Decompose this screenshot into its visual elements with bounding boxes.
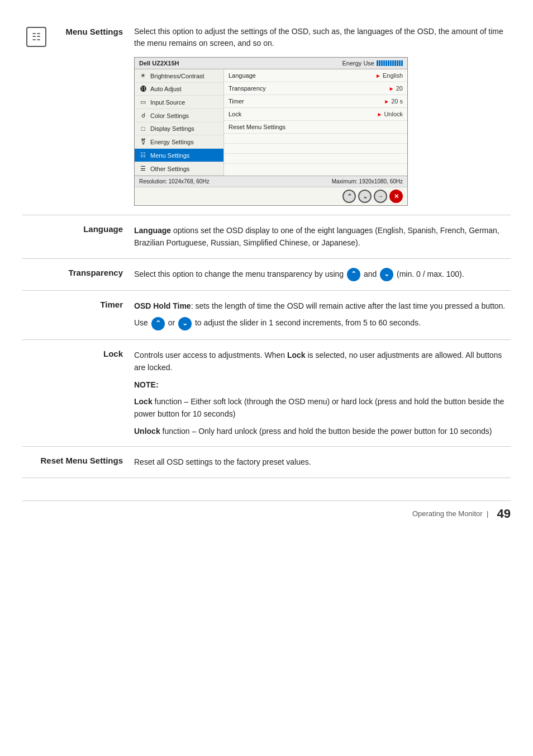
osd-menu-energysettings-label: Energy Settings	[150, 139, 194, 145]
osd-max-resolution: Maximum: 1920x1080, 60Hz	[332, 178, 403, 185]
reset-menu-desc: Reset all OSD settings to the factory pr…	[134, 456, 511, 468]
osd-header: Dell UZ2X15H Energy Use	[135, 58, 407, 69]
osd-menu-colorsettings-label: Color Settings	[150, 112, 189, 119]
osd-menu-colorsettings[interactable]: ☌ Color Settings	[135, 109, 223, 122]
energy-bar-2	[379, 60, 380, 66]
osd-sub-timer-value: ► 20 s	[384, 98, 403, 105]
osd-menu-othersettings[interactable]: ☰ Other Settings	[135, 162, 223, 176]
osd-sub-lock-value: ► Unlock	[377, 111, 403, 117]
osd-menu-menusettings[interactable]: ☷ Menu Settings	[135, 149, 223, 162]
menu-settings-icon-area: ☷	[22, 27, 50, 47]
osd-sub-reset-label: Reset Menu Settings	[229, 124, 285, 130]
osd-menu-autoadjust-label: Auto Adjust	[150, 86, 182, 92]
menusettings-icon: ☷	[139, 152, 147, 159]
osd-transparency-val: 20	[396, 85, 403, 92]
timer-label: Timer	[22, 300, 134, 330]
energysettings-icon: ⚧	[139, 138, 147, 145]
language-section: Language Language options set the OSD di…	[22, 215, 511, 259]
colorsettings-icon: ☌	[139, 112, 147, 119]
osd-sub-transparency-value: ► 20	[389, 85, 403, 92]
osd-screenshot: Dell UZ2X15H Energy Use	[134, 57, 408, 206]
displaysettings-icon: □	[139, 125, 147, 132]
osd-sub-lock-label: Lock	[229, 111, 241, 117]
osd-sub-timer: Timer ► 20 s	[224, 95, 407, 108]
osd-energy-label: Energy Use	[342, 60, 374, 67]
osd-nav-buttons: ⌃ ⌄ → ✕	[135, 187, 407, 205]
reset-menu-body: Reset all OSD settings to the factory pr…	[134, 456, 511, 468]
osd-sub-transparency: Transparency ► 20	[224, 82, 407, 95]
energy-bar-9	[394, 60, 396, 66]
energy-bar-10	[397, 60, 398, 66]
arrow-right-icon3: ►	[384, 98, 389, 105]
menu-settings-section: ☷ Menu Settings Select this option to ad…	[22, 17, 511, 215]
transparency-desc: Select this option to change the menu tr…	[134, 268, 511, 281]
othersettings-icon: ☰	[139, 165, 147, 172]
transparency-section: Transparency Select this option to chang…	[22, 259, 511, 291]
menu-settings-label: Menu Settings	[50, 26, 134, 36]
osd-menu-brightness[interactable]: ☀ Brightness/Contrast	[135, 69, 223, 83]
energy-bar-12	[401, 60, 403, 66]
osd-sub-reset: Reset Menu Settings	[224, 121, 407, 134]
timer-up-btn[interactable]: ⌃	[151, 317, 165, 330]
osd-footer: Resolution: 1024x768, 60Hz Maximum: 1920…	[135, 176, 407, 187]
timer-body: OSD Hold Time: sets the length of time t…	[134, 300, 511, 330]
osd-menu-autoadjust[interactable]: ⓫ Auto Adjust	[135, 83, 223, 96]
lock-desc-unlock: Unlock function – Only hard unlock (pres…	[134, 425, 511, 437]
osd-body: ☀ Brightness/Contrast ⓫ Auto Adjust ▭ In…	[135, 69, 407, 176]
page-number: 49	[497, 507, 511, 521]
osd-sub-empty3	[224, 154, 407, 164]
osd-submenu: Language ► English Transparency ► 20	[224, 69, 407, 176]
osd-sub-timer-label: Timer	[229, 98, 244, 105]
osd-sub-empty2	[224, 144, 407, 154]
reset-menu-label: Reset Menu Settings	[22, 456, 134, 468]
timer-section: Timer OSD Hold Time: sets the length of …	[22, 291, 511, 340]
nav-up-button[interactable]: ⌃	[342, 190, 356, 203]
osd-menu-energysettings[interactable]: ⚧ Energy Settings	[135, 135, 223, 149]
language-desc: Language options set the OSD display to …	[134, 224, 511, 249]
lock-body: Controls user access to adjustments. Whe…	[134, 349, 511, 437]
lock-note-label: NOTE:	[134, 379, 511, 391]
timer-desc1: OSD Hold Time: sets the length of time t…	[134, 300, 511, 312]
timer-down-btn[interactable]: ⌄	[178, 317, 192, 330]
lock-section: Lock Controls user access to adjustments…	[22, 340, 511, 447]
energy-bars	[377, 60, 403, 66]
autoadjust-icon: ⓫	[139, 86, 147, 92]
page-footer: Operating the Monitor | 49	[22, 500, 511, 521]
energy-bar-8	[392, 60, 394, 66]
osd-menu-displaysettings-label: Display Settings	[150, 125, 194, 132]
page-content: ☷ Menu Settings Select this option to ad…	[22, 17, 511, 521]
nav-down-button[interactable]: ⌄	[358, 190, 372, 203]
timer-desc2: Use ⌃ or ⌄ to adjust the slider in 1 sec…	[134, 316, 511, 330]
transparency-label: Transparency	[22, 268, 134, 281]
energy-bar-7	[390, 60, 392, 66]
osd-model: Dell UZ2X15H	[139, 60, 179, 67]
menu-settings-desc: Select this option to adjust the setting…	[134, 26, 511, 49]
osd-timer-val: 20 s	[391, 98, 403, 105]
osd-sub-lock: Lock ► Unlock	[224, 108, 407, 121]
lock-desc-lock: Lock function – Either soft lock (throug…	[134, 395, 511, 420]
reset-menu-section: Reset Menu Settings Reset all OSD settin…	[22, 447, 511, 478]
lock-desc1: Controls user access to adjustments. Whe…	[134, 349, 511, 374]
inputsource-icon: ▭	[139, 98, 147, 106]
footer-pipe: |	[487, 509, 488, 518]
osd-menu-displaysettings[interactable]: □ Display Settings	[135, 122, 223, 135]
osd-sub-empty1	[224, 134, 407, 144]
energy-bar-3	[381, 60, 383, 66]
osd-menu-menusettings-label: Menu Settings	[150, 152, 189, 159]
osd-sub-language-value: ► English	[375, 72, 403, 79]
lock-label: Lock	[22, 349, 134, 437]
transparency-body: Select this option to change the menu tr…	[134, 268, 511, 281]
nav-close-button[interactable]: ✕	[389, 190, 403, 203]
osd-sub-language-label: Language	[229, 72, 256, 79]
footer-operating-text: Operating the Monitor	[412, 509, 483, 518]
transparency-down-btn[interactable]: ⌄	[380, 268, 393, 281]
nav-enter-button[interactable]: →	[374, 190, 387, 203]
osd-menu-brightness-label: Brightness/Contrast	[150, 73, 204, 79]
osd-menu-inputsource[interactable]: ▭ Input Source	[135, 96, 223, 109]
transparency-up-btn[interactable]: ⌃	[347, 268, 360, 281]
arrow-right-icon4: ►	[377, 111, 382, 117]
osd-menu-inputsource-label: Input Source	[150, 99, 185, 106]
menu-settings-content: Select this option to adjust the setting…	[134, 26, 511, 206]
energy-bar-11	[399, 60, 401, 66]
osd-menu: ☀ Brightness/Contrast ⓫ Auto Adjust ▭ In…	[135, 69, 224, 176]
